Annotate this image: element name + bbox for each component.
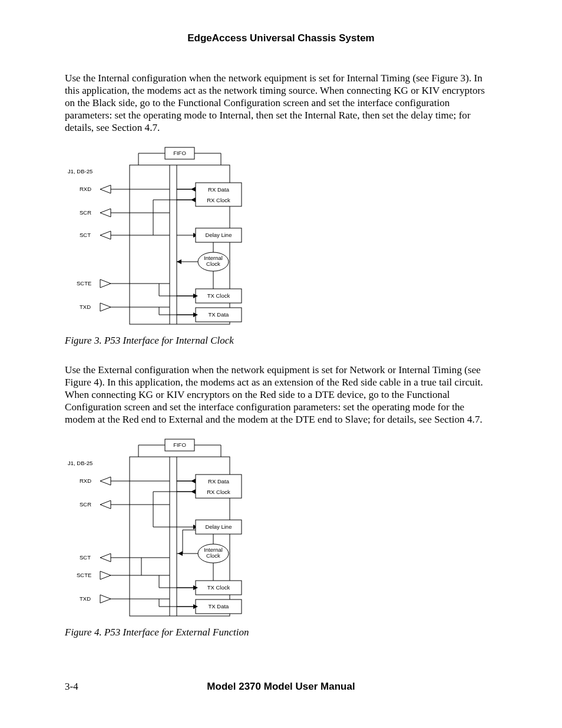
footer-title: Model 2370 Model User Manual — [118, 681, 497, 693]
fifo-label: FIFO — [173, 150, 186, 156]
signal-txd: TXD — [80, 304, 91, 310]
svg-marker-8 — [100, 185, 111, 193]
signal-sct-2: SCT — [80, 554, 91, 561]
svg-marker-60 — [100, 500, 111, 509]
j1-label: J1, DB-25 — [68, 168, 92, 174]
page-footer: 3-4 Model 2370 Model User Manual — [65, 681, 497, 693]
figure-4-caption: Figure 4. P53 Interface for External Fun… — [65, 627, 497, 638]
paragraph-internal-config: Use the Internal configuration when the … — [65, 73, 497, 134]
rx-data-label-2: RX Data — [208, 478, 230, 485]
fifo-label-2: FIFO — [173, 442, 186, 448]
signal-scte-2: SCTE — [77, 572, 91, 578]
tx-clock-label-2: TX Clock — [207, 584, 230, 591]
tx-data-label: TX Data — [209, 311, 230, 318]
signal-scr-2: SCR — [80, 501, 91, 508]
svg-marker-24 — [100, 303, 111, 311]
tx-clock-label: TX Clock — [207, 292, 230, 299]
page-header-title: EdgeAccess Universal Chassis System — [65, 32, 497, 44]
svg-marker-57 — [100, 477, 111, 485]
delay-line-label: Delay Line — [206, 232, 232, 238]
signal-txd-2: TXD — [80, 595, 91, 602]
svg-marker-11 — [100, 209, 111, 217]
page-number: 3-4 — [65, 681, 118, 693]
signal-scte: SCTE — [77, 280, 91, 286]
internal-clock-label-2: Clock — [206, 261, 220, 267]
svg-marker-20 — [100, 279, 111, 288]
svg-marker-16 — [100, 231, 111, 239]
delay-line-label-2: Delay Line — [206, 523, 232, 530]
signal-rxd-2: RXD — [80, 477, 91, 484]
paragraph-external-config: Use the External configuration when the … — [65, 364, 497, 426]
svg-marker-67 — [100, 554, 111, 562]
figure-3-caption: Figure 3. P53 Interface for Internal Clo… — [65, 335, 497, 347]
rx-data-label: RX Data — [208, 186, 230, 193]
figure-3-diagram: FIFO J1, DB-25 RXD SCR SCT SCTE TXD RX D… — [65, 144, 497, 329]
figure-4-diagram: FIFO J1, DB-25 RXD SCR SCT SCTE TXD RX D… — [65, 436, 497, 621]
j1-label-2: J1, DB-25 — [68, 460, 92, 466]
tx-data-label-2: TX Data — [209, 603, 230, 610]
rx-clock-label: RX Clock — [207, 197, 230, 203]
signal-sct: SCT — [80, 232, 91, 238]
rx-clock-label-2: RX Clock — [207, 489, 230, 495]
svg-marker-70 — [100, 571, 111, 579]
signal-scr: SCR — [80, 209, 91, 216]
internal-clock-label-2b: Clock — [206, 552, 220, 559]
svg-marker-75 — [100, 595, 111, 603]
signal-rxd: RXD — [80, 186, 91, 192]
